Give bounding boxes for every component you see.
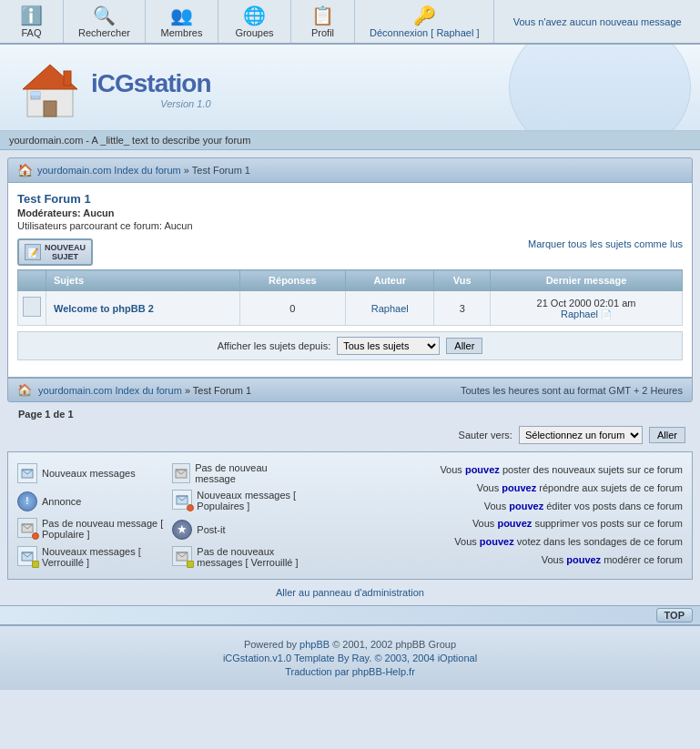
rechercher-label: Rechercher	[78, 27, 130, 38]
groupes-label: Groupes	[235, 27, 273, 38]
site-version: Version 1.0	[91, 98, 211, 109]
admin-link[interactable]: Aller au panneau d'administration	[276, 587, 424, 598]
legend-item-new: Nouveaux messages	[17, 461, 163, 485]
bottom-current: Test Forum 1	[193, 385, 251, 396]
replies-cell: 0	[239, 291, 346, 326]
bottom-home-link[interactable]: yourdomain.com Index du forum	[38, 385, 182, 396]
template-link[interactable]: iCGstation.v1.0 Template By Ray. © 2003,…	[223, 653, 477, 663]
author-cell: Raphael	[346, 291, 434, 326]
bottom-breadcrumb: 🏠 yourdomain.com Index du forum » Test F…	[17, 383, 251, 397]
top-button[interactable]: TOP	[656, 608, 693, 622]
membres-label: Membres	[161, 27, 203, 38]
svg-rect-5	[64, 71, 71, 86]
legend-item-new-locked: Nouveaux messages [ Verrouillé ]	[17, 546, 163, 570]
mark-read-link[interactable]: Marquer tous les sujets comme lus	[528, 238, 683, 249]
filter-go-button[interactable]: Aller	[446, 338, 482, 354]
legend-item-no-new-popular: Pas de nouveau message [ Populaire ]	[17, 518, 163, 542]
row-icon-cell	[18, 291, 46, 326]
new-topic-button[interactable]: 📝 NOUVEAU SUJET	[17, 238, 93, 266]
nav-faq[interactable]: ℹ️ FAQ	[0, 0, 64, 43]
jump-bar: Sauter vers: Sélectionnez un forum Aller	[7, 422, 693, 448]
bottom-nav-bar: 🏠 yourdomain.com Index du forum » Test F…	[7, 378, 693, 402]
profil-icon: 📋	[311, 5, 334, 26]
jump-label: Sauter vers:	[459, 430, 512, 440]
last-message-icon: 📄	[601, 309, 612, 319]
no-new-message: Vous n'avez aucun nouveau message	[494, 0, 700, 43]
perm-post: Vous pouvez poster des nouveaux sujets s…	[308, 461, 683, 480]
col-header-reponses: Réponses	[239, 270, 346, 291]
breadcrumb-text: yourdomain.com Index du forum » Test For…	[37, 165, 250, 176]
breadcrumb-bar: 🏠 yourdomain.com Index du forum » Test F…	[7, 157, 693, 183]
no-new-locked-icon	[172, 546, 192, 566]
subtitle-bar: yourdomain.com - A _little_ text to desc…	[0, 131, 700, 150]
svg-rect-2	[44, 101, 56, 116]
breadcrumb-current: Test Forum 1	[192, 165, 250, 176]
no-new-msg-icon	[172, 463, 190, 483]
topic-link[interactable]: Welcome to phpBB 2	[54, 303, 154, 314]
col-header-icon	[18, 270, 46, 291]
groupes-icon: 🌐	[243, 5, 266, 26]
nav-groupes[interactable]: 🌐 Groupes	[218, 0, 291, 43]
legend-item-postit: ★ Post-it	[172, 518, 298, 542]
bottom-home-icon: 🏠	[17, 383, 32, 397]
last-message-author[interactable]: Raphael	[561, 309, 598, 319]
forum-title: Test Forum 1	[17, 192, 683, 206]
last-message-date: 21 Oct 2000 02:01 am	[537, 298, 636, 309]
last-message-cell: 21 Oct 2000 02:01 am Raphael 📄	[491, 291, 683, 326]
faq-label: FAQ	[21, 27, 41, 38]
nav-profil[interactable]: 📋 Profil	[291, 0, 355, 43]
jump-select[interactable]: Sélectionnez un forum	[519, 426, 643, 444]
home-icon: 🏠	[17, 163, 33, 177]
nav-deconnexion[interactable]: 🔑 Déconnexion [ Raphael ]	[355, 0, 494, 43]
profil-label: Profil	[311, 27, 334, 38]
legend-item-new-popular: Nouveaux messages [ Populaires ]	[172, 490, 298, 513]
nav-membres[interactable]: 👥 Membres	[146, 0, 218, 43]
timezone-info: Toutes les heures sont au format GMT + 2…	[461, 385, 683, 396]
phpbb-link[interactable]: phpBB	[299, 639, 330, 650]
topic-title-cell: Welcome to phpBB 2	[46, 291, 240, 326]
col-header-sujets: Sujets	[46, 270, 240, 291]
faq-icon: ℹ️	[20, 5, 43, 26]
legend-icons: Nouveaux messages Pas de nouveau message…	[17, 461, 299, 570]
postit-icon: ★	[172, 520, 192, 540]
main-content: Test Forum 1 Modérateurs: Aucun Utilisat…	[7, 183, 693, 378]
forum-users-browsing: Utilisateurs parcourant ce forum: Aucun	[17, 220, 683, 231]
translation-link[interactable]: Traduction par phpBB-Help.fr	[285, 666, 415, 677]
forum-moderators: Modérateurs: Aucun	[17, 207, 683, 218]
new-popular-icon	[172, 490, 192, 510]
perm-edit: Vous pouvez éditer vos posts dans ce for…	[308, 498, 683, 516]
perm-delete: Vous pouvez supprimer vos posts sur ce f…	[308, 515, 683, 533]
nav-rechercher[interactable]: 🔍 Rechercher	[64, 0, 146, 43]
no-new-popular-icon	[17, 518, 37, 538]
filter-bar: Afficher les sujets depuis: Tous les suj…	[17, 331, 683, 360]
deconnexion-label: Déconnexion [ Raphael ]	[370, 27, 479, 38]
new-topic-icon: 📝	[25, 244, 41, 260]
breadcrumb-home-link[interactable]: yourdomain.com Index du forum	[37, 165, 181, 176]
new-locked-icon	[17, 546, 37, 566]
author-link[interactable]: Raphael	[371, 303, 409, 314]
jump-go-button[interactable]: Aller	[649, 427, 685, 443]
perm-moderate: Vous pouvez modérer ce forum	[308, 552, 683, 570]
svg-rect-4	[31, 92, 40, 96]
topics-table: Sujets Réponses Auteur Vus Dernier messa…	[17, 269, 683, 326]
footer-line3: Traduction par phpBB-Help.fr	[9, 666, 691, 677]
permissions-area: Vous pouvez poster des nouveaux sujets s…	[308, 461, 683, 570]
legend-area: Nouveaux messages Pas de nouveau message…	[7, 451, 693, 580]
footer: Powered by phpBB © 2001, 2002 phpBB Grou…	[0, 625, 700, 690]
filter-select[interactable]: Tous les sujets Dernière semaine Dernier…	[337, 337, 440, 355]
site-title: iCGstation	[91, 69, 211, 98]
topic-type-icon	[23, 297, 41, 317]
top-nav: ℹ️ FAQ 🔍 Rechercher 👥 Membres 🌐 Groupes …	[0, 0, 700, 45]
col-header-vus: Vus	[434, 270, 491, 291]
views-cell: 3	[434, 291, 491, 326]
footer-line2: iCGstation.v1.0 Template By Ray. © 2003,…	[9, 653, 691, 663]
membres-icon: 👥	[170, 5, 193, 26]
house-icon	[18, 60, 82, 119]
deconnexion-icon: 🔑	[413, 5, 436, 26]
col-header-auteur: Auteur	[346, 270, 434, 291]
pagination-bar: Page 1 de 1	[7, 406, 693, 422]
legend-item-no-new-locked: Pas de nouveaux messages [ Verrouillé ]	[172, 546, 298, 570]
legend-item-annonce: ! Annonce	[17, 490, 163, 513]
annonce-icon: !	[17, 491, 37, 511]
filter-label: Afficher les sujets depuis:	[218, 340, 331, 351]
